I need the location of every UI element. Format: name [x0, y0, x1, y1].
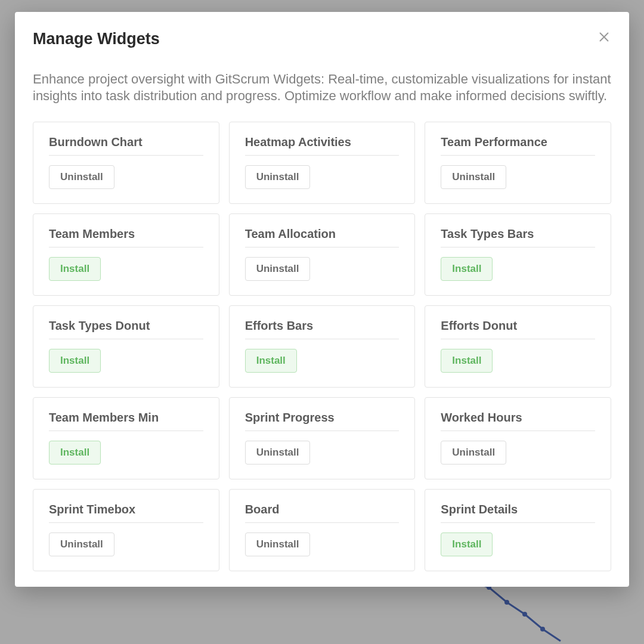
widget-title: Sprint Timebox: [49, 503, 203, 523]
close-button[interactable]: [595, 27, 614, 47]
widget-title: Board: [245, 503, 400, 523]
widget-title: Sprint Details: [441, 503, 595, 523]
widgets-grid: Burndown ChartUninstallHeatmap Activitie…: [33, 122, 611, 571]
widget-title: Team Members Min: [49, 411, 203, 431]
manage-widgets-modal: Manage Widgets Enhance project oversight…: [15, 12, 629, 587]
uninstall-button[interactable]: Uninstall: [441, 165, 506, 189]
widget-card: Sprint TimeboxUninstall: [33, 489, 219, 571]
uninstall-button[interactable]: Uninstall: [245, 257, 311, 281]
close-icon: [597, 30, 611, 44]
widget-card: Task Types DonutInstall: [33, 305, 219, 388]
widget-card: Efforts DonutInstall: [425, 305, 611, 388]
widget-card: BoardUninstall: [229, 489, 416, 571]
widget-card: Team AllocationUninstall: [229, 213, 416, 296]
install-button[interactable]: Install: [49, 349, 101, 373]
widget-title: Team Members: [49, 227, 203, 247]
widget-card: Sprint ProgressUninstall: [229, 397, 416, 479]
uninstall-button[interactable]: Uninstall: [245, 165, 311, 189]
widget-title: Task Types Donut: [49, 319, 203, 339]
widget-card: Burndown ChartUninstall: [33, 122, 219, 204]
widget-card: Worked HoursUninstall: [425, 397, 611, 479]
widget-card: Team Members MinInstall: [33, 397, 219, 479]
widget-card: Efforts BarsInstall: [229, 305, 416, 388]
uninstall-button[interactable]: Uninstall: [49, 532, 114, 556]
widget-card: Team PerformanceUninstall: [425, 122, 611, 204]
modal-description: Enhance project oversight with GitScrum …: [33, 71, 611, 104]
widget-title: Efforts Donut: [441, 319, 595, 339]
widget-title: Team Allocation: [245, 227, 400, 247]
widget-card: Team MembersInstall: [33, 213, 219, 296]
widget-title: Sprint Progress: [245, 411, 400, 431]
install-button[interactable]: Install: [49, 257, 101, 281]
widget-title: Heatmap Activities: [245, 135, 400, 156]
widget-title: Task Types Bars: [441, 227, 595, 247]
uninstall-button[interactable]: Uninstall: [245, 441, 311, 465]
install-button[interactable]: Install: [441, 349, 493, 373]
install-button[interactable]: Install: [441, 532, 493, 556]
install-button[interactable]: Install: [441, 257, 493, 281]
uninstall-button[interactable]: Uninstall: [49, 165, 114, 189]
uninstall-button[interactable]: Uninstall: [245, 532, 311, 556]
uninstall-button[interactable]: Uninstall: [441, 441, 506, 465]
modal-header: Manage Widgets Enhance project oversight…: [33, 30, 611, 104]
widget-title: Team Performance: [441, 135, 595, 156]
widget-title: Efforts Bars: [245, 319, 400, 339]
widget-card: Sprint DetailsInstall: [425, 489, 611, 571]
widget-card: Task Types BarsInstall: [425, 213, 611, 296]
widget-card: Heatmap ActivitiesUninstall: [229, 122, 416, 204]
install-button[interactable]: Install: [49, 441, 101, 465]
widget-title: Worked Hours: [441, 411, 595, 431]
widget-title: Burndown Chart: [49, 135, 203, 156]
modal-title: Manage Widgets: [33, 30, 611, 48]
install-button[interactable]: Install: [245, 349, 297, 373]
